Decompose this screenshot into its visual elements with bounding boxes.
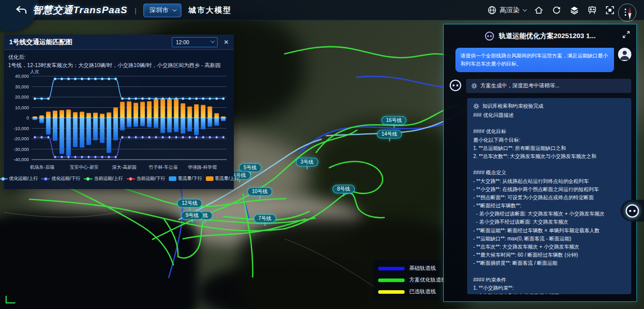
map-legend-label: 基础轨道线 bbox=[409, 265, 436, 272]
render-mode-selector[interactable]: 高渲染 bbox=[487, 6, 526, 15]
chart-panel: 1号线交通运能匹配图 12:00 ✕ 优化后: 1号线，12-13时发车频次为：… bbox=[4, 35, 234, 189]
chevron-down-icon bbox=[210, 39, 214, 43]
map-legend: 基础轨道线方案优化轨道线已选轨道线 bbox=[373, 260, 441, 300]
metro-line-label[interactable]: 8号线 bbox=[332, 185, 355, 194]
svg-text:宝安中心-新安: 宝安中心-新安 bbox=[70, 165, 99, 170]
robot-avatar bbox=[449, 79, 462, 92]
home-icon[interactable] bbox=[534, 6, 543, 15]
chevron-down-icon bbox=[523, 7, 527, 11]
legend-line-symbol bbox=[41, 178, 50, 179]
legend-bar-symbol bbox=[169, 176, 176, 181]
time-select[interactable]: 12:00 bbox=[172, 37, 218, 47]
user-message-row: 请提供一个全部线路台风期间的列车运营方案，满足运能缺口最小和列车总车次最小的目标… bbox=[449, 48, 631, 72]
svg-text:10,000: 10,000 bbox=[15, 105, 29, 110]
svg-text:40,000: 40,000 bbox=[15, 74, 29, 79]
assistant-status-row: 方案生成中，深度思考中请稍等... bbox=[449, 79, 631, 93]
status-bubble: 方案生成中，深度思考中请稍等... bbox=[466, 79, 631, 93]
svg-text:20,000: 20,000 bbox=[15, 95, 29, 100]
app-logo: 智慧交通TransPaaS bbox=[33, 4, 128, 17]
svg-text:-10,000: -10,000 bbox=[13, 126, 29, 131]
metro-line-label[interactable]: 10号线 bbox=[247, 188, 272, 196]
chart-panel-title: 1号线交通运能匹配图 bbox=[9, 38, 172, 47]
legend-dot-symbol bbox=[44, 177, 47, 180]
chart-panel-titlebar: 1号线交通运能匹配图 12:00 ✕ bbox=[4, 35, 234, 50]
map-legend-swatch bbox=[378, 267, 405, 270]
svg-text:-40,000: -40,000 bbox=[13, 157, 29, 162]
user-avatar bbox=[618, 48, 631, 61]
chevron-down-icon bbox=[172, 7, 176, 11]
layers-icon[interactable] bbox=[570, 6, 579, 15]
assistant-result-bubble: 知识库检索和约束校验完成 ### 优化问题描述 #### 优化目标 最小化以下两… bbox=[467, 98, 631, 294]
svg-text:深大-高新园: 深大-高新园 bbox=[112, 165, 136, 170]
legend-label: 客流量/下行 bbox=[178, 175, 202, 182]
reset-view-icon[interactable] bbox=[552, 6, 561, 15]
legend-dot-symbol bbox=[2, 177, 5, 180]
svg-text:人次: 人次 bbox=[30, 69, 39, 74]
metro-line-label[interactable]: 7号线 bbox=[254, 214, 276, 223]
globe-icon bbox=[487, 6, 497, 15]
top-header: 智慧交通TransPaaS | 深圳市 城市大模型 高渲染 bbox=[0, 0, 644, 20]
chart-legend-item[interactable]: 客流量/下行 bbox=[169, 175, 202, 182]
more-dots-icon[interactable] bbox=[625, 9, 626, 16]
robot-icon bbox=[625, 203, 640, 219]
map-legend-label: 已选轨道线 bbox=[409, 288, 436, 295]
metro-line-label[interactable]: 16号线 bbox=[381, 116, 406, 125]
svg-text:0: 0 bbox=[26, 115, 29, 120]
map-legend-swatch bbox=[378, 290, 405, 294]
legend-line-symbol bbox=[84, 178, 93, 179]
map-legend-row: 基础轨道线 bbox=[378, 265, 436, 272]
chart-legend-item[interactable]: 优化运能/下行 bbox=[41, 175, 80, 182]
metro-line-label[interactable]: 9号线 bbox=[181, 211, 203, 220]
robot-icon bbox=[484, 31, 495, 41]
time-select-value: 12:00 bbox=[176, 39, 189, 45]
status-text: 方案生成中，深度思考中请稍等... bbox=[480, 82, 560, 89]
svg-text:-30,000: -30,000 bbox=[13, 147, 29, 152]
chart-legend-item[interactable]: 优化运能/上行 bbox=[0, 175, 38, 182]
chart-desc-line2: 1号线，12-13时发车频次为：大交路10辆/时，小交路10辆/时，小交路区间为… bbox=[8, 61, 230, 69]
legend-bar-symbol bbox=[206, 176, 213, 181]
legend-dot-symbol bbox=[129, 177, 133, 180]
compass-icon[interactable] bbox=[618, 4, 636, 22]
expand-icon[interactable] bbox=[622, 30, 630, 39]
assistant-robot-button[interactable] bbox=[621, 200, 644, 222]
map-legend-row: 方案优化轨道线 bbox=[378, 276, 436, 284]
chart-legend-item[interactable]: 当前运能/上行 bbox=[84, 175, 123, 182]
svg-text:-20,000: -20,000 bbox=[13, 136, 29, 141]
close-icon[interactable]: ✕ bbox=[224, 39, 229, 46]
result-title: 知识库检索和约束校验完成 bbox=[482, 103, 543, 110]
map-legend-row: 已选轨道线 bbox=[378, 288, 436, 295]
gear-icon bbox=[473, 103, 479, 109]
user-message-bubble: 请提供一个全部线路台风期间的列车运营方案，满足运能缺口最小和列车总车次最小的目标… bbox=[455, 48, 614, 72]
city-selector-value: 深圳市 bbox=[149, 6, 169, 15]
fullscreen-icon[interactable] bbox=[605, 6, 615, 15]
chat-title: 轨道运能优化方案20251203 1... bbox=[499, 32, 596, 41]
back-arrow-icon[interactable] bbox=[15, 4, 28, 17]
chart-legend-item[interactable]: 当前运能/下行 bbox=[127, 175, 166, 182]
chart-legend-item[interactable]: 客流量/上行 bbox=[206, 175, 239, 182]
chat-panel: 轨道运能优化方案20251203 1... 请提供一个全部线路台风期间的列车运营… bbox=[443, 24, 637, 302]
header-divider: | bbox=[135, 7, 136, 14]
metro-line-label[interactable]: 12号线 bbox=[177, 199, 202, 208]
legend-dot-symbol bbox=[86, 177, 90, 180]
svg-text:华强路-科学馆: 华强路-科学馆 bbox=[188, 165, 217, 170]
svg-text:机场东-后瑞: 机场东-后瑞 bbox=[30, 165, 54, 170]
legend-label: 优化运能/上行 bbox=[9, 175, 38, 182]
legend-line-symbol bbox=[0, 178, 8, 179]
compass-needle-south bbox=[628, 13, 631, 20]
map-legend-label: 方案优化轨道线 bbox=[409, 276, 447, 284]
capacity-chart: 40,00030,00020,00010,0000-10,000-20,000-… bbox=[8, 69, 230, 173]
chat-header: 轨道运能优化方案20251203 1... bbox=[449, 28, 631, 44]
legend-label: 优化运能/下行 bbox=[51, 175, 80, 182]
compass-needle-north bbox=[628, 7, 631, 13]
chart-legend: 优化运能/上行优化运能/下行当前运能/上行当前运能/下行客流量/下行客流量/上行 bbox=[8, 175, 230, 182]
legend-label: 当前运能/下行 bbox=[137, 175, 166, 182]
legend-label: 当前运能/上行 bbox=[94, 175, 123, 182]
map-corner-marker-icon bbox=[4, 295, 17, 305]
page-title: 城市大模型 bbox=[189, 6, 232, 15]
chart-desc-line1: 优化后: bbox=[8, 53, 230, 61]
board-icon[interactable] bbox=[588, 6, 597, 15]
city-selector[interactable]: 深圳市 bbox=[143, 4, 181, 17]
metro-line-label[interactable]: 3号线 bbox=[296, 158, 318, 167]
metro-line-label[interactable]: 14号线 bbox=[377, 130, 402, 139]
legend-label: 客流量/上行 bbox=[215, 175, 239, 182]
